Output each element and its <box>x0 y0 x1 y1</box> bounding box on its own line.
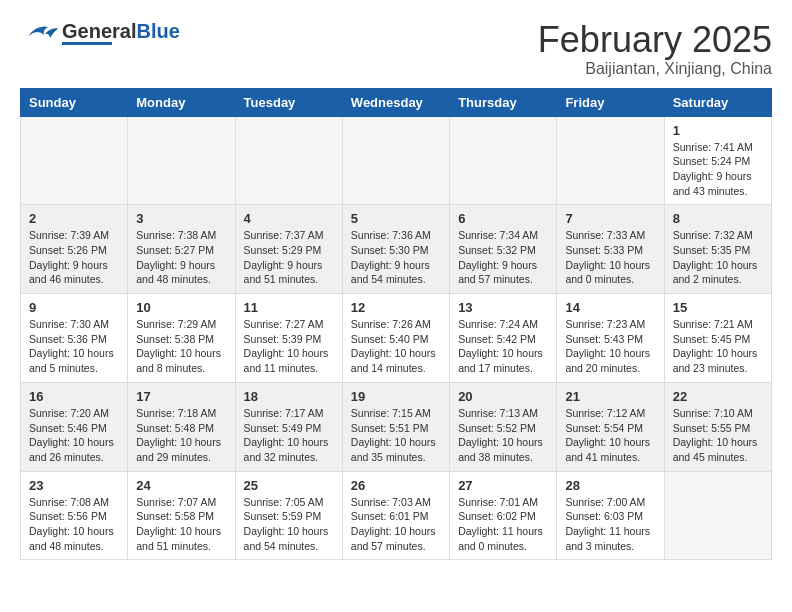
day-number: 16 <box>29 389 119 404</box>
day-info: Sunrise: 7:03 AM Sunset: 6:01 PM Dayligh… <box>351 495 441 554</box>
calendar-header-row: Sunday Monday Tuesday Wednesday Thursday… <box>21 88 772 116</box>
day-number: 23 <box>29 478 119 493</box>
col-wednesday: Wednesday <box>342 88 449 116</box>
day-info: Sunrise: 7:37 AM Sunset: 5:29 PM Dayligh… <box>244 228 334 287</box>
table-row: 10Sunrise: 7:29 AM Sunset: 5:38 PM Dayli… <box>128 294 235 383</box>
table-row: 23Sunrise: 7:08 AM Sunset: 5:56 PM Dayli… <box>21 471 128 560</box>
day-info: Sunrise: 7:10 AM Sunset: 5:55 PM Dayligh… <box>673 406 763 465</box>
day-info: Sunrise: 7:33 AM Sunset: 5:33 PM Dayligh… <box>565 228 655 287</box>
logo-general: General <box>62 20 136 42</box>
page-header: GeneralBlue February 2025 Baijiantan, Xi… <box>20 20 772 78</box>
title-block: February 2025 Baijiantan, Xinjiang, Chin… <box>538 20 772 78</box>
col-tuesday: Tuesday <box>235 88 342 116</box>
table-row: 27Sunrise: 7:01 AM Sunset: 6:02 PM Dayli… <box>450 471 557 560</box>
table-row: 13Sunrise: 7:24 AM Sunset: 5:42 PM Dayli… <box>450 294 557 383</box>
day-info: Sunrise: 7:01 AM Sunset: 6:02 PM Dayligh… <box>458 495 548 554</box>
table-row <box>342 116 449 205</box>
day-info: Sunrise: 7:05 AM Sunset: 5:59 PM Dayligh… <box>244 495 334 554</box>
table-row <box>450 116 557 205</box>
day-number: 2 <box>29 211 119 226</box>
month-year-title: February 2025 <box>538 20 772 60</box>
day-number: 4 <box>244 211 334 226</box>
table-row: 12Sunrise: 7:26 AM Sunset: 5:40 PM Dayli… <box>342 294 449 383</box>
day-number: 3 <box>136 211 226 226</box>
table-row: 17Sunrise: 7:18 AM Sunset: 5:48 PM Dayli… <box>128 382 235 471</box>
table-row <box>235 116 342 205</box>
day-number: 22 <box>673 389 763 404</box>
day-info: Sunrise: 7:15 AM Sunset: 5:51 PM Dayligh… <box>351 406 441 465</box>
day-info: Sunrise: 7:08 AM Sunset: 5:56 PM Dayligh… <box>29 495 119 554</box>
day-info: Sunrise: 7:38 AM Sunset: 5:27 PM Dayligh… <box>136 228 226 287</box>
day-number: 25 <box>244 478 334 493</box>
table-row: 1Sunrise: 7:41 AM Sunset: 5:24 PM Daylig… <box>664 116 771 205</box>
day-info: Sunrise: 7:24 AM Sunset: 5:42 PM Dayligh… <box>458 317 548 376</box>
table-row: 19Sunrise: 7:15 AM Sunset: 5:51 PM Dayli… <box>342 382 449 471</box>
table-row <box>664 471 771 560</box>
day-info: Sunrise: 7:36 AM Sunset: 5:30 PM Dayligh… <box>351 228 441 287</box>
day-number: 17 <box>136 389 226 404</box>
day-number: 15 <box>673 300 763 315</box>
table-row: 18Sunrise: 7:17 AM Sunset: 5:49 PM Dayli… <box>235 382 342 471</box>
logo-bird-icon <box>20 20 60 45</box>
calendar-week-row: 2Sunrise: 7:39 AM Sunset: 5:26 PM Daylig… <box>21 205 772 294</box>
day-number: 12 <box>351 300 441 315</box>
day-number: 24 <box>136 478 226 493</box>
day-number: 19 <box>351 389 441 404</box>
col-sunday: Sunday <box>21 88 128 116</box>
day-info: Sunrise: 7:29 AM Sunset: 5:38 PM Dayligh… <box>136 317 226 376</box>
logo: GeneralBlue <box>20 20 180 45</box>
table-row: 22Sunrise: 7:10 AM Sunset: 5:55 PM Dayli… <box>664 382 771 471</box>
table-row <box>21 116 128 205</box>
table-row: 15Sunrise: 7:21 AM Sunset: 5:45 PM Dayli… <box>664 294 771 383</box>
location-subtitle: Baijiantan, Xinjiang, China <box>538 60 772 78</box>
day-number: 11 <box>244 300 334 315</box>
day-info: Sunrise: 7:23 AM Sunset: 5:43 PM Dayligh… <box>565 317 655 376</box>
day-info: Sunrise: 7:32 AM Sunset: 5:35 PM Dayligh… <box>673 228 763 287</box>
table-row: 5Sunrise: 7:36 AM Sunset: 5:30 PM Daylig… <box>342 205 449 294</box>
table-row: 24Sunrise: 7:07 AM Sunset: 5:58 PM Dayli… <box>128 471 235 560</box>
day-number: 21 <box>565 389 655 404</box>
day-info: Sunrise: 7:30 AM Sunset: 5:36 PM Dayligh… <box>29 317 119 376</box>
day-number: 6 <box>458 211 548 226</box>
calendar-week-row: 1Sunrise: 7:41 AM Sunset: 5:24 PM Daylig… <box>21 116 772 205</box>
day-info: Sunrise: 7:18 AM Sunset: 5:48 PM Dayligh… <box>136 406 226 465</box>
day-info: Sunrise: 7:13 AM Sunset: 5:52 PM Dayligh… <box>458 406 548 465</box>
calendar-week-row: 23Sunrise: 7:08 AM Sunset: 5:56 PM Dayli… <box>21 471 772 560</box>
table-row: 26Sunrise: 7:03 AM Sunset: 6:01 PM Dayli… <box>342 471 449 560</box>
col-saturday: Saturday <box>664 88 771 116</box>
day-number: 26 <box>351 478 441 493</box>
table-row: 6Sunrise: 7:34 AM Sunset: 5:32 PM Daylig… <box>450 205 557 294</box>
table-row <box>128 116 235 205</box>
day-info: Sunrise: 7:26 AM Sunset: 5:40 PM Dayligh… <box>351 317 441 376</box>
day-number: 13 <box>458 300 548 315</box>
day-info: Sunrise: 7:34 AM Sunset: 5:32 PM Dayligh… <box>458 228 548 287</box>
table-row: 20Sunrise: 7:13 AM Sunset: 5:52 PM Dayli… <box>450 382 557 471</box>
day-info: Sunrise: 7:00 AM Sunset: 6:03 PM Dayligh… <box>565 495 655 554</box>
day-number: 28 <box>565 478 655 493</box>
table-row: 3Sunrise: 7:38 AM Sunset: 5:27 PM Daylig… <box>128 205 235 294</box>
table-row: 4Sunrise: 7:37 AM Sunset: 5:29 PM Daylig… <box>235 205 342 294</box>
table-row: 9Sunrise: 7:30 AM Sunset: 5:36 PM Daylig… <box>21 294 128 383</box>
day-number: 5 <box>351 211 441 226</box>
logo-blue: Blue <box>136 20 179 42</box>
day-info: Sunrise: 7:20 AM Sunset: 5:46 PM Dayligh… <box>29 406 119 465</box>
table-row: 8Sunrise: 7:32 AM Sunset: 5:35 PM Daylig… <box>664 205 771 294</box>
day-number: 1 <box>673 123 763 138</box>
col-thursday: Thursday <box>450 88 557 116</box>
day-number: 27 <box>458 478 548 493</box>
table-row: 2Sunrise: 7:39 AM Sunset: 5:26 PM Daylig… <box>21 205 128 294</box>
day-number: 20 <box>458 389 548 404</box>
day-number: 14 <box>565 300 655 315</box>
table-row <box>557 116 664 205</box>
table-row: 14Sunrise: 7:23 AM Sunset: 5:43 PM Dayli… <box>557 294 664 383</box>
table-row: 11Sunrise: 7:27 AM Sunset: 5:39 PM Dayli… <box>235 294 342 383</box>
day-info: Sunrise: 7:12 AM Sunset: 5:54 PM Dayligh… <box>565 406 655 465</box>
day-info: Sunrise: 7:39 AM Sunset: 5:26 PM Dayligh… <box>29 228 119 287</box>
table-row: 7Sunrise: 7:33 AM Sunset: 5:33 PM Daylig… <box>557 205 664 294</box>
day-number: 9 <box>29 300 119 315</box>
calendar-table: Sunday Monday Tuesday Wednesday Thursday… <box>20 88 772 561</box>
day-info: Sunrise: 7:21 AM Sunset: 5:45 PM Dayligh… <box>673 317 763 376</box>
day-number: 18 <box>244 389 334 404</box>
calendar-week-row: 16Sunrise: 7:20 AM Sunset: 5:46 PM Dayli… <box>21 382 772 471</box>
table-row: 25Sunrise: 7:05 AM Sunset: 5:59 PM Dayli… <box>235 471 342 560</box>
